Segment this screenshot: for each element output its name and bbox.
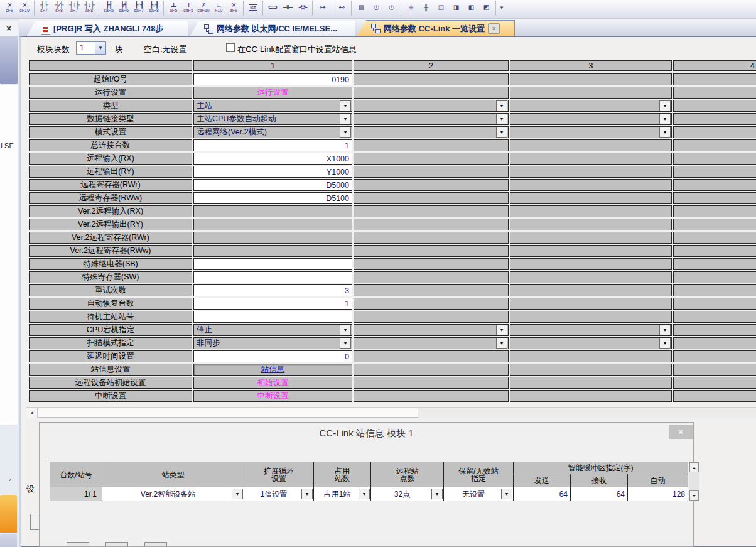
chevron-down-icon[interactable]: ▼	[659, 325, 671, 335]
station-dropdown-4[interactable]: 无设置▼	[444, 487, 513, 501]
toolbar-icon-aF8[interactable]: ┤↓├aF8	[82, 1, 97, 14]
param-dropdown-col2-2[interactable]: ▼	[354, 100, 509, 112]
toolbar-icon[interactable]: ⊶	[315, 1, 330, 14]
chevron-down-icon[interactable]: ▼	[232, 489, 243, 499]
param-input-14[interactable]	[193, 258, 352, 270]
param-dropdown-col2-3[interactable]: ▼	[354, 113, 509, 125]
chevron-down-icon[interactable]: ▼	[501, 489, 512, 499]
chevron-down-icon[interactable]: ▼	[95, 42, 105, 54]
station-dropdown-0[interactable]: Ver.2智能设备站▼	[102, 487, 244, 501]
toolbar-icon[interactable]: IST	[246, 1, 261, 14]
toolbar-icon-saF8[interactable]: ┠↓┨saF8	[146, 1, 161, 14]
station-table-scrollbar[interactable]: ▲ ▼	[689, 462, 699, 501]
station-dropdown-1[interactable]: 1倍设置▼	[244, 487, 313, 501]
dock-close-button[interactable]: ×	[0, 21, 18, 36]
toolbar-icon[interactable]: ⊂⊃	[265, 1, 280, 14]
toolbar-overflow-button[interactable]: ▾	[497, 1, 506, 14]
toolbar-icon-saF6[interactable]: ┠∕┨saF6	[116, 1, 131, 14]
toolbar-icon[interactable]: ⊰⊱	[295, 1, 310, 14]
toolbar-icon-caF5[interactable]: ⊤caF5	[181, 1, 196, 14]
param-dropdown-col2-19[interactable]: ▼	[354, 324, 509, 336]
param-input-9[interactable]: D5100	[193, 192, 352, 204]
tab-close-icon[interactable]: ×	[488, 23, 500, 34]
param-input-7[interactable]: Y1000	[193, 166, 352, 178]
param-dropdown-20[interactable]: 非同步▼	[193, 337, 352, 349]
param-dropdown-col3-4[interactable]: ▼	[510, 126, 672, 138]
scroll-left-icon[interactable]: ◄	[26, 408, 38, 418]
tab-network-1[interactable]: 网络参数 以太网/CC IE/MELSE...	[190, 21, 355, 36]
param-input-21[interactable]: 0	[193, 350, 352, 362]
chevron-down-icon[interactable]: ▼	[496, 338, 507, 349]
toolbar-icon-sF8[interactable]: ┤∕├sF8	[51, 1, 67, 14]
toolbar-icon-saF5[interactable]: ┠┨saF5	[101, 1, 116, 14]
param-input-5[interactable]: 1	[193, 139, 352, 151]
toolbar-icon[interactable]: ⊷	[334, 1, 349, 14]
toolbar-icon-aF5[interactable]: ⊥aF5	[166, 1, 181, 14]
station-dropdown-3[interactable]: 32点▼	[371, 487, 443, 501]
param-input-15[interactable]	[193, 271, 352, 283]
param-dropdown-col3-2[interactable]: ▼	[510, 100, 672, 112]
tab-network-2[interactable]: 网络参数 CC-Link 一览设置×	[357, 20, 515, 36]
toolbar-icon[interactable]: ╫	[418, 1, 433, 14]
horizontal-scrollbar[interactable]: ◄	[26, 407, 756, 418]
tab-program[interactable]: [PRG]R 写入 ZHANGLI 748步	[26, 21, 188, 36]
chevron-down-icon[interactable]: ▼	[659, 338, 671, 349]
toolbar-icon[interactable]: ◨	[448, 1, 463, 14]
scroll-down-icon[interactable]: ▼	[689, 490, 699, 501]
chevron-down-icon[interactable]: ▼	[659, 114, 671, 124]
param-input-16[interactable]: 3	[193, 284, 352, 296]
param-dropdown-col2-20[interactable]: ▼	[354, 337, 509, 349]
param-dropdown-col3-3[interactable]: ▼	[510, 113, 672, 125]
param-input-17[interactable]: 1	[193, 298, 352, 310]
toolbar-icon-F10[interactable]: ∟F10	[211, 1, 226, 14]
param-dropdown-4[interactable]: 远程网络(Ver.2模式)▼	[193, 126, 352, 138]
param-input-0[interactable]: 0190	[193, 73, 352, 85]
buffer-value-2[interactable]: 128	[628, 487, 688, 501]
station-dropdown-2[interactable]: 占用1站▼	[314, 487, 370, 501]
buffer-value-1[interactable]: 64	[571, 487, 627, 501]
chevron-down-icon[interactable]: ▼	[496, 127, 507, 138]
param-dropdown-3[interactable]: 主站CPU参数自动起动▼	[193, 113, 352, 125]
chevron-down-icon[interactable]: ▼	[301, 489, 313, 499]
scroll-up-icon[interactable]: ▲	[689, 462, 699, 472]
toolbar-icon[interactable]: ▤	[354, 1, 369, 14]
chevron-down-icon[interactable]: ▼	[496, 325, 507, 335]
scrollbar-thumb[interactable]	[38, 408, 418, 418]
param-link-23[interactable]: 初始设置	[193, 377, 352, 389]
scrollbar-track[interactable]	[689, 472, 699, 490]
toolbar-icon-aF9[interactable]: ⨯aF9	[226, 1, 241, 14]
chevron-down-icon[interactable]: ▼	[340, 338, 351, 349]
param-dropdown-col3-19[interactable]: ▼	[510, 324, 672, 336]
chevron-down-icon[interactable]: ▼	[340, 127, 351, 138]
toolbar-icon-sF7[interactable]: ┤├sF7	[36, 1, 51, 14]
param-input-18[interactable]	[193, 311, 352, 323]
toolbar-icon-cF9[interactable]: ⨯cF9	[2, 1, 17, 14]
param-dropdown-2[interactable]: 主站▼	[193, 100, 352, 112]
toolbar-icon[interactable]: ⊣⊢	[280, 1, 295, 14]
toolbar-icon[interactable]: ◴	[369, 1, 384, 14]
chevron-down-icon[interactable]: ▼	[340, 114, 351, 124]
param-dropdown-col2-4[interactable]: ▼	[354, 126, 509, 138]
toolbar-icon-aF7[interactable]: ┤↑├aF7	[67, 1, 82, 14]
toolbar-icon[interactable]: ╪	[403, 1, 418, 14]
toolbar-icon-caF10[interactable]: ≠caF10	[196, 1, 211, 14]
chevron-down-icon[interactable]: ▼	[496, 114, 507, 124]
chevron-down-icon[interactable]: ▼	[659, 100, 671, 111]
param-link-24[interactable]: 中断设置	[193, 390, 352, 402]
param-dropdown-col3-20[interactable]: ▼	[510, 337, 672, 349]
toolbar-icon[interactable]: ◫	[433, 1, 448, 14]
buffer-value-0[interactable]: 64	[514, 487, 570, 501]
chevron-down-icon[interactable]: ▼	[340, 325, 351, 335]
chevron-down-icon[interactable]: ▼	[359, 489, 370, 499]
chevron-down-icon[interactable]: ▼	[496, 100, 507, 111]
toolbar-icon[interactable]: ◷	[384, 1, 399, 14]
toolbar-icon-saF7[interactable]: ┠↑┨saF7	[131, 1, 146, 14]
param-link-1[interactable]: 运行设置	[193, 87, 352, 99]
module-count-combobox[interactable]: 1 ▼	[76, 41, 106, 55]
dock-expand-arrow[interactable]: ›	[9, 475, 11, 483]
cclink-config-window-checkbox[interactable]	[226, 43, 235, 52]
param-button-22[interactable]: 站信息	[193, 364, 352, 376]
chevron-down-icon[interactable]: ▼	[659, 127, 671, 138]
dock-button-active[interactable]	[0, 495, 17, 533]
param-dropdown-19[interactable]: 停止▼	[193, 324, 352, 336]
